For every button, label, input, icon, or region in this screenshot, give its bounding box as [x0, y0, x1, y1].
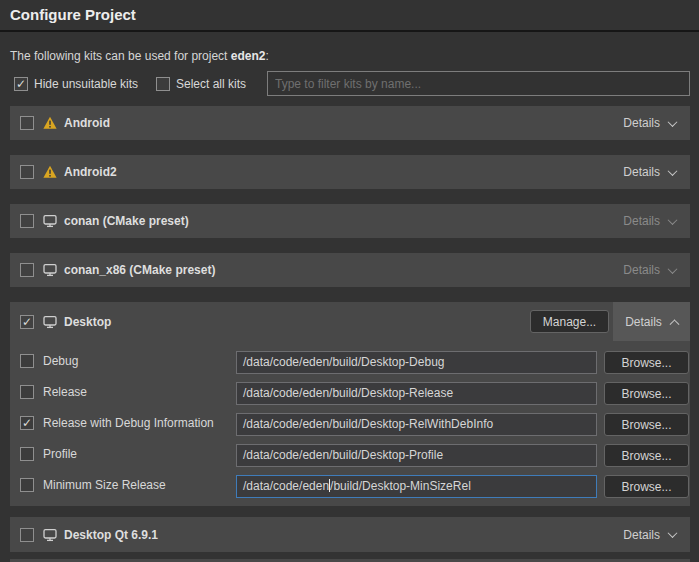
minsizerel-checkbox[interactable]	[20, 478, 34, 492]
details-toggle-android2[interactable]: Details	[609, 155, 690, 189]
release-path-input[interactable]: /data/code/eden/build/Desktop-Release	[236, 382, 597, 405]
chevron-up-icon	[669, 319, 679, 329]
kit-checkbox-desktop[interactable]	[20, 315, 34, 329]
intro-text: The following kits can be used for proje…	[10, 49, 269, 63]
build-config-release: Release	[20, 385, 87, 399]
kit-row-conan: conan (CMake preset) Details	[10, 204, 690, 238]
hide-unsuitable-kits-checkbox[interactable]	[14, 77, 28, 91]
details-label: Details	[625, 315, 662, 329]
relwithdebinfo-label: Release with Debug Information	[43, 416, 214, 430]
details-label: Details	[623, 528, 660, 542]
kit-name: Android	[64, 116, 110, 130]
relwithdebinfo-browse-button[interactable]: Browse...	[604, 413, 689, 436]
desktop-icon	[43, 214, 57, 228]
kit-checkbox-conan-x86[interactable]	[20, 263, 34, 277]
title-separator	[0, 30, 699, 32]
minsizerel-label: Minimum Size Release	[43, 478, 166, 492]
chevron-down-icon	[668, 215, 678, 225]
kit-row-conan-x86: conan_x86 (CMake preset) Details	[10, 253, 690, 287]
chevron-down-icon	[668, 117, 678, 127]
build-config-debug: Debug	[20, 354, 78, 368]
details-toggle-conan-x86[interactable]: Details	[609, 253, 690, 287]
debug-checkbox[interactable]	[20, 354, 34, 368]
desktop-icon	[43, 263, 57, 277]
debug-browse-button[interactable]: Browse...	[604, 351, 689, 374]
debug-label: Debug	[43, 354, 78, 368]
details-toggle-android[interactable]: Details	[609, 106, 690, 140]
details-label: Details	[623, 116, 660, 130]
select-all-kits-checkbox[interactable]	[156, 77, 170, 91]
details-label: Details	[623, 165, 660, 179]
path-text-before-caret: /data/code/eden	[243, 479, 329, 493]
warning-icon	[43, 116, 57, 130]
profile-checkbox[interactable]	[20, 447, 34, 461]
hide-unsuitable-kits-option: Hide unsuitable kits	[14, 77, 138, 91]
kit-checkbox-desktop-qt[interactable]	[20, 528, 34, 542]
build-config-profile: Profile	[20, 447, 77, 461]
details-label: Details	[623, 263, 660, 277]
details-toggle-desktop-qt[interactable]: Details	[609, 517, 690, 552]
kit-row-desktop: Desktop Manage... Details Debug /data/co…	[10, 302, 690, 506]
chevron-down-icon	[668, 166, 678, 176]
minsizerel-path-input[interactable]: /data/code/eden/build/Desktop-MinSizeRel	[236, 475, 597, 498]
kit-checkbox-android2[interactable]	[20, 165, 34, 179]
manage-button[interactable]: Manage...	[530, 310, 609, 333]
release-checkbox[interactable]	[20, 385, 34, 399]
kit-filter-input[interactable]	[267, 71, 690, 96]
details-toggle-desktop[interactable]: Details	[613, 302, 690, 341]
chevron-down-icon	[668, 264, 678, 274]
kit-row-android2: Android2 Details	[10, 155, 690, 189]
profile-path-input[interactable]: /data/code/eden/build/Desktop-Profile	[236, 444, 597, 467]
relwithdebinfo-checkbox[interactable]	[20, 416, 34, 430]
select-all-kits-label: Select all kits	[176, 77, 246, 91]
chevron-down-icon	[668, 528, 678, 538]
select-all-kits-option: Select all kits	[156, 77, 246, 91]
desktop-icon	[43, 315, 57, 329]
release-browse-button[interactable]: Browse...	[604, 382, 689, 405]
path-text-after-caret: /build/Desktop-MinSizeRel	[330, 479, 471, 493]
desktop-icon	[43, 528, 57, 542]
details-label: Details	[623, 214, 660, 228]
kit-name: conan_x86 (CMake preset)	[64, 263, 215, 277]
hide-unsuitable-kits-label: Hide unsuitable kits	[34, 77, 138, 91]
profile-browse-button[interactable]: Browse...	[604, 444, 689, 467]
minsizerel-browse-button[interactable]: Browse...	[604, 475, 689, 498]
project-name: eden2	[231, 49, 266, 63]
build-config-minsizerel: Minimum Size Release	[20, 478, 166, 492]
kit-name: Desktop Qt 6.9.1	[64, 528, 158, 542]
kit-row-desktop-qt: Desktop Qt 6.9.1 Details	[10, 517, 690, 552]
intro-suffix: :	[265, 49, 268, 63]
kit-name: conan (CMake preset)	[64, 214, 189, 228]
intro-prefix: The following kits can be used for proje…	[10, 49, 231, 63]
kit-checkbox-android[interactable]	[20, 116, 34, 130]
kit-row-android: Android Details	[10, 106, 690, 140]
kit-checkbox-conan[interactable]	[20, 214, 34, 228]
relwithdebinfo-path-input[interactable]: /data/code/eden/build/Desktop-RelWithDeb…	[236, 413, 597, 436]
debug-path-input[interactable]: /data/code/eden/build/Desktop-Debug	[236, 351, 597, 374]
profile-label: Profile	[43, 447, 77, 461]
kit-name: Android2	[64, 165, 117, 179]
page-title: Configure Project	[10, 6, 136, 23]
build-config-relwithdebinfo: Release with Debug Information	[20, 416, 214, 430]
release-label: Release	[43, 385, 87, 399]
kit-name: Desktop	[64, 315, 111, 329]
warning-icon	[43, 165, 57, 179]
details-toggle-conan[interactable]: Details	[609, 204, 690, 238]
